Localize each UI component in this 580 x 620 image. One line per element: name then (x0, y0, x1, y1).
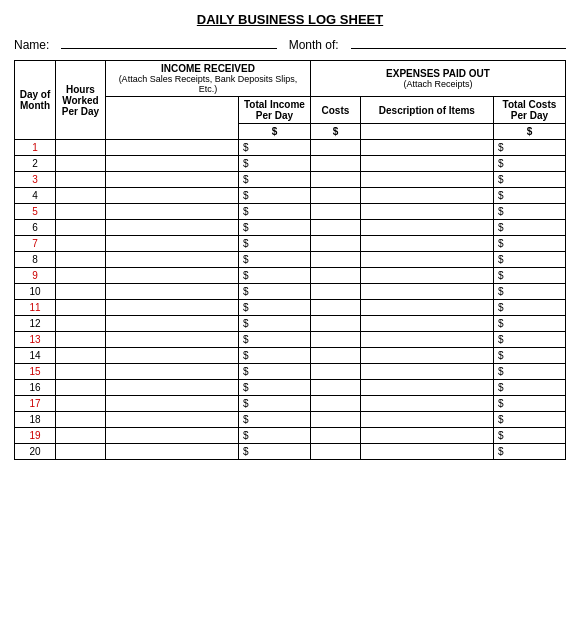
total-income-cell[interactable]: $ (238, 188, 310, 204)
total-costs-cell[interactable]: $ (493, 140, 565, 156)
income-cell[interactable] (105, 140, 238, 156)
total-costs-cell[interactable]: $ (493, 332, 565, 348)
desc-cell[interactable] (360, 396, 493, 412)
income-cell[interactable] (105, 204, 238, 220)
hours-cell[interactable] (56, 300, 106, 316)
day-number[interactable]: 12 (15, 316, 56, 332)
day-number[interactable]: 3 (15, 172, 56, 188)
total-costs-cell[interactable]: $ (493, 444, 565, 460)
income-cell[interactable] (105, 428, 238, 444)
total-costs-cell[interactable]: $ (493, 316, 565, 332)
desc-cell[interactable] (360, 364, 493, 380)
costs-cell[interactable] (310, 236, 360, 252)
total-costs-cell[interactable]: $ (493, 380, 565, 396)
desc-cell[interactable] (360, 444, 493, 460)
day-number[interactable]: 11 (15, 300, 56, 316)
income-cell[interactable] (105, 284, 238, 300)
total-costs-cell[interactable]: $ (493, 412, 565, 428)
hours-cell[interactable] (56, 412, 106, 428)
total-income-cell[interactable]: $ (238, 428, 310, 444)
hours-cell[interactable] (56, 428, 106, 444)
costs-cell[interactable] (310, 188, 360, 204)
costs-cell[interactable] (310, 172, 360, 188)
total-income-cell[interactable]: $ (238, 284, 310, 300)
costs-cell[interactable] (310, 268, 360, 284)
total-costs-cell[interactable]: $ (493, 364, 565, 380)
income-cell[interactable] (105, 220, 238, 236)
total-costs-cell[interactable]: $ (493, 236, 565, 252)
income-cell[interactable] (105, 396, 238, 412)
total-income-cell[interactable]: $ (238, 316, 310, 332)
costs-cell[interactable] (310, 364, 360, 380)
hours-cell[interactable] (56, 444, 106, 460)
costs-cell[interactable] (310, 204, 360, 220)
total-costs-cell[interactable]: $ (493, 204, 565, 220)
total-costs-cell[interactable]: $ (493, 252, 565, 268)
hours-cell[interactable] (56, 348, 106, 364)
hours-cell[interactable] (56, 380, 106, 396)
desc-cell[interactable] (360, 156, 493, 172)
hours-cell[interactable] (56, 140, 106, 156)
total-income-cell[interactable]: $ (238, 396, 310, 412)
total-income-cell[interactable]: $ (238, 172, 310, 188)
total-costs-cell[interactable]: $ (493, 300, 565, 316)
day-number[interactable]: 18 (15, 412, 56, 428)
desc-cell[interactable] (360, 428, 493, 444)
day-number[interactable]: 8 (15, 252, 56, 268)
income-cell[interactable] (105, 332, 238, 348)
desc-cell[interactable] (360, 268, 493, 284)
income-cell[interactable] (105, 444, 238, 460)
hours-cell[interactable] (56, 172, 106, 188)
total-income-cell[interactable]: $ (238, 236, 310, 252)
income-cell[interactable] (105, 188, 238, 204)
desc-cell[interactable] (360, 172, 493, 188)
day-number[interactable]: 13 (15, 332, 56, 348)
desc-cell[interactable] (360, 284, 493, 300)
total-income-cell[interactable]: $ (238, 412, 310, 428)
costs-cell[interactable] (310, 300, 360, 316)
costs-cell[interactable] (310, 444, 360, 460)
day-number[interactable]: 1 (15, 140, 56, 156)
desc-cell[interactable] (360, 252, 493, 268)
total-income-cell[interactable]: $ (238, 156, 310, 172)
total-income-cell[interactable]: $ (238, 364, 310, 380)
costs-cell[interactable] (310, 284, 360, 300)
total-income-cell[interactable]: $ (238, 444, 310, 460)
income-cell[interactable] (105, 300, 238, 316)
income-cell[interactable] (105, 172, 238, 188)
desc-cell[interactable] (360, 204, 493, 220)
hours-cell[interactable] (56, 252, 106, 268)
total-costs-cell[interactable]: $ (493, 348, 565, 364)
day-number[interactable]: 14 (15, 348, 56, 364)
desc-cell[interactable] (360, 188, 493, 204)
total-income-cell[interactable]: $ (238, 220, 310, 236)
desc-cell[interactable] (360, 300, 493, 316)
hours-cell[interactable] (56, 156, 106, 172)
day-number[interactable]: 16 (15, 380, 56, 396)
income-cell[interactable] (105, 268, 238, 284)
desc-cell[interactable] (360, 236, 493, 252)
desc-cell[interactable] (360, 348, 493, 364)
total-costs-cell[interactable]: $ (493, 220, 565, 236)
day-number[interactable]: 20 (15, 444, 56, 460)
income-cell[interactable] (105, 252, 238, 268)
day-number[interactable]: 6 (15, 220, 56, 236)
costs-cell[interactable] (310, 220, 360, 236)
income-cell[interactable] (105, 364, 238, 380)
hours-cell[interactable] (56, 396, 106, 412)
desc-cell[interactable] (360, 332, 493, 348)
costs-cell[interactable] (310, 156, 360, 172)
costs-cell[interactable] (310, 396, 360, 412)
desc-cell[interactable] (360, 380, 493, 396)
income-cell[interactable] (105, 316, 238, 332)
income-cell[interactable] (105, 348, 238, 364)
total-income-cell[interactable]: $ (238, 204, 310, 220)
costs-cell[interactable] (310, 428, 360, 444)
hours-cell[interactable] (56, 284, 106, 300)
costs-cell[interactable] (310, 412, 360, 428)
desc-cell[interactable] (360, 220, 493, 236)
desc-cell[interactable] (360, 140, 493, 156)
hours-cell[interactable] (56, 220, 106, 236)
day-number[interactable]: 4 (15, 188, 56, 204)
desc-cell[interactable] (360, 412, 493, 428)
